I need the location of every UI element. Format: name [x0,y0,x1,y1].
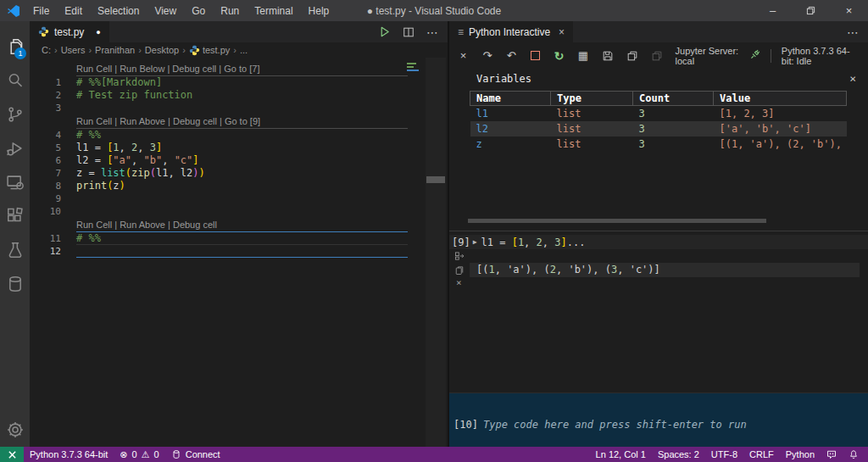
modified-dot-icon[interactable]: ● [96,28,100,36]
goto-code-icon[interactable] [454,251,465,261]
code-line-content[interactable]: # %% [76,232,101,245]
tab-test-py[interactable]: test.py ● [30,21,109,42]
tab-python-interactive[interactable]: ≡ Python Interactive × [449,21,573,42]
line-number: 3 [30,102,76,114]
variable-row[interactable]: l2list3['a', 'b', 'c'] [470,121,847,136]
breadcrumb-path: C:›Users›Pranithan›Desktop› [42,45,186,55]
split-editor-icon[interactable] [403,26,415,38]
more-actions-icon[interactable]: ⋯ [426,25,439,39]
database-connect-icon [171,449,181,459]
remove-cell-icon[interactable]: × [449,277,868,290]
breadcrumb-item[interactable]: Desktop [145,45,179,55]
cursor-position[interactable]: Ln 12, Col 1 [590,449,652,459]
run-file-icon[interactable] [378,25,391,38]
code-line-content[interactable]: # %% [76,129,101,142]
editor-scrollbar[interactable] [426,58,446,447]
kernel-label[interactable]: Python 3.7.3 64-bit: Idle [782,46,860,66]
jupyter-server-label[interactable]: Jupyter Server: local [676,46,743,66]
code-line-content[interactable]: # Test zip function [76,89,192,102]
extensions-icon[interactable] [0,199,30,233]
source-control-icon[interactable] [0,97,30,131]
codelens-text[interactable]: Run Cell | Run Below | Debug cell | Go t… [76,64,259,74]
close-tab-icon[interactable]: × [559,26,565,38]
code-editor[interactable]: Run Cell | Run Below | Debug cell | Go t… [30,58,448,447]
error-icon: ⊗ [120,449,127,460]
more-actions-icon[interactable]: ⋯ [847,25,860,39]
codelens-text[interactable]: Run Cell | Run Above | Debug cell | Go t… [76,116,260,126]
menu-edit[interactable]: Edit [57,0,90,21]
problems-status[interactable]: ⊗ 0 ⚠ 0 [114,449,164,460]
restore-button[interactable] [792,0,830,21]
breadcrumb-file[interactable]: test.py [203,45,230,55]
testing-icon[interactable] [0,233,30,267]
save-notebook-icon[interactable] [602,49,614,63]
window-title: ● test.py - Visual Studio Code [367,5,501,17]
breadcrumb-item[interactable]: C: [42,45,51,55]
database-icon[interactable] [0,267,30,301]
menu-bar: FileEditSelectionViewGoRunTerminalHelp [25,0,337,21]
codelens-row: Run Cell | Run Above | Debug cell [30,218,448,232]
menu-run[interactable]: Run [213,0,247,21]
restore-icon [806,6,815,15]
collapse-cell-icon[interactable]: ▶ [470,238,481,246]
codelens-links[interactable]: Run Cell | Run Above | Debug cell [76,218,217,232]
codelens-links[interactable]: Run Cell | Run Below | Debug cell | Go t… [76,62,259,76]
remote-indicator[interactable] [0,447,24,462]
close-window-button[interactable]: × [830,0,868,21]
close-variables-icon[interactable]: × [849,72,856,85]
code-line-content[interactable]: l2 = ["a", "b", "c"] [76,154,199,167]
encoding-status[interactable]: UTF-8 [705,449,743,459]
breadcrumb-symbol[interactable]: ... [240,45,248,55]
feedback-icon[interactable] [821,449,843,459]
chevron-right-icon: › [53,45,58,55]
python-interpreter-status[interactable]: Python 3.7.3 64-bit [24,449,114,459]
minimize-button[interactable]: – [754,0,792,21]
language-mode[interactable]: Python [780,449,821,459]
scrollbar-thumb[interactable] [426,176,445,183]
code-line-content[interactable]: z = list(zip(l1, l2)) [76,167,205,180]
variable-row[interactable]: zlist3[(1, 'a'), (2, 'b'), (3, [470,136,847,152]
notifications-bell-icon[interactable] [843,449,865,459]
menu-go[interactable]: Go [184,0,213,21]
run-debug-icon[interactable] [0,131,30,165]
variable-row[interactable]: l1list3[1, 2, 3] [470,106,847,121]
code-token: , [542,237,554,248]
menu-terminal[interactable]: Terminal [247,0,300,21]
restart-kernel-icon[interactable]: ↻ [554,49,565,63]
connect-status[interactable]: Connect [165,449,226,459]
variables-horizontal-scrollbar[interactable] [468,219,766,223]
executed-cell[interactable]: [9] ▶ l1 = [1, 2, 3]... [449,235,868,249]
interrupt-kernel-icon[interactable] [530,49,541,63]
menu-file[interactable]: File [25,0,57,21]
cell-delimiter-line [76,257,408,258]
code-line-content[interactable]: # %%[Markdown] [76,76,162,89]
undo-icon[interactable]: ↶ [506,49,517,63]
indentation-status[interactable]: Spaces: 2 [652,449,705,459]
redo-icon[interactable]: ↷ [481,49,492,63]
copy-output-icon[interactable] [449,265,470,276]
code-line-content[interactable]: print(z) [76,180,125,192]
clear-all-icon[interactable]: × [458,49,469,63]
breadcrumb-item[interactable]: Users [61,45,86,55]
eol-status[interactable]: CRLF [743,449,780,459]
line-number: 2 [30,89,76,102]
export-notebook-icon[interactable] [626,49,638,63]
breadcrumb-item[interactable]: Pranithan [95,45,135,55]
search-icon[interactable] [0,64,30,97]
variable-explorer-icon[interactable]: ▦ [577,49,588,63]
window-controls: – × [754,0,868,21]
variable-type: list [551,121,633,136]
interactive-input[interactable]: [10] Type code here and press shift-ente… [449,392,868,447]
codelens-links[interactable]: Run Cell | Run Above | Debug cell | Go t… [76,114,260,129]
codelens-text[interactable]: Run Cell | Run Above | Debug cell [76,220,217,230]
settings-gear-icon[interactable] [0,413,30,447]
code-line-content[interactable]: l1 = [1, 2, 3] [76,142,162,154]
menu-selection[interactable]: Selection [90,0,147,21]
interactive-toolbar: × ↷ ↶ ↻ ▦ Jupyter Server: local [449,42,868,70]
explorer-icon[interactable]: 1 [0,30,30,64]
menu-view[interactable]: View [147,0,184,21]
menu-help[interactable]: Help [301,0,337,21]
remote-explorer-icon[interactable] [0,165,30,199]
minimap[interactable] [407,63,424,419]
code-token: 2 [537,237,542,248]
